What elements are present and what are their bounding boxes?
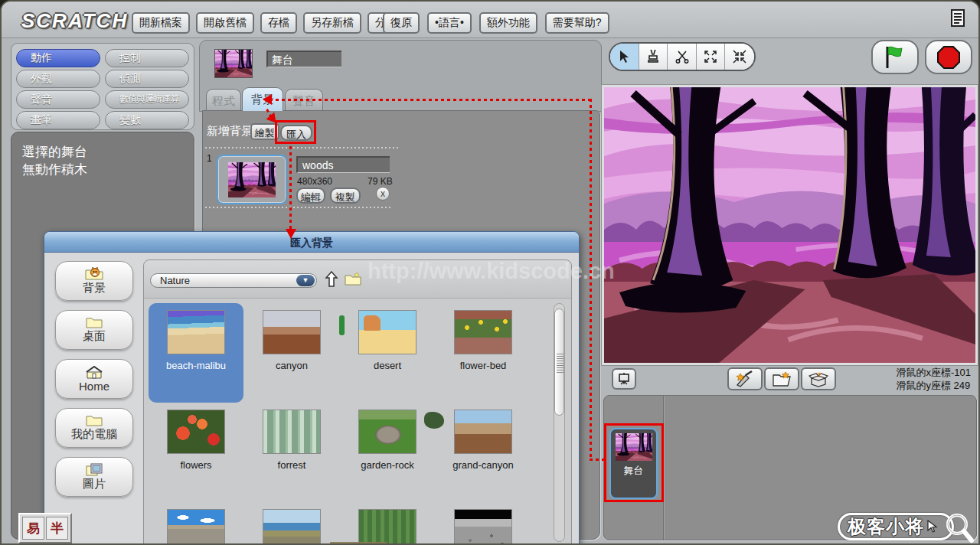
grow-arrows-icon bbox=[704, 50, 717, 64]
file-thumbnail[interactable] bbox=[149, 502, 243, 545]
sidebar-item-backgrounds[interactable]: 背景 bbox=[55, 261, 133, 301]
beach-malibu-image bbox=[167, 310, 225, 354]
scratch-logo: SCRATCH bbox=[21, 9, 128, 33]
new-project-button[interactable]: 開新檔案 bbox=[132, 12, 190, 34]
project-notes-icon[interactable] bbox=[951, 9, 965, 27]
stage-info-thumbnail bbox=[214, 49, 253, 78]
file-thumbnail[interactable] bbox=[436, 502, 531, 545]
help-button[interactable]: 需要幫助? bbox=[545, 12, 609, 34]
file-thumbnail-grand-canyon[interactable]: grand-canyon bbox=[436, 403, 531, 502]
category-numbers[interactable]: 數值與邏輯運算 bbox=[105, 90, 189, 109]
arrow-cursor-icon bbox=[618, 50, 630, 64]
category-control[interactable]: 控制 bbox=[105, 49, 189, 67]
language-button[interactable]: •語言• bbox=[427, 12, 472, 34]
scissors-icon bbox=[675, 50, 689, 64]
flower-bed-image bbox=[454, 310, 512, 354]
file-thumbnail-canyon[interactable]: canyon bbox=[244, 303, 339, 403]
file-thumbnail-flowers[interactable]: flowers bbox=[149, 403, 243, 502]
watermark-logo: 极客小将 bbox=[838, 511, 974, 543]
stop-button[interactable] bbox=[925, 40, 972, 74]
under-stage-bar: ? 滑鼠的x座標-101 滑鼠的y座標 249 bbox=[601, 366, 978, 395]
svg-text:?: ? bbox=[817, 371, 822, 379]
stage-backdrop-woods[interactable] bbox=[604, 87, 975, 363]
annotation-line bbox=[270, 99, 591, 101]
file-thumbnail[interactable] bbox=[244, 502, 339, 545]
home-icon bbox=[86, 366, 103, 379]
category-sensing[interactable]: 偵測 bbox=[105, 70, 189, 88]
folder-dropdown[interactable]: Nature ▼ bbox=[150, 273, 317, 288]
open-project-button[interactable]: 開啟舊檔 bbox=[196, 12, 254, 34]
scrollbar-thumb[interactable] bbox=[554, 308, 564, 416]
backgrounds-cat-icon bbox=[85, 266, 103, 280]
cursor-tool-bar bbox=[609, 42, 756, 71]
grow-sprite-tool[interactable] bbox=[697, 44, 726, 70]
sidebar-item-desktop[interactable]: 桌面 bbox=[55, 310, 133, 350]
chevron-down-icon[interactable]: ▼ bbox=[296, 275, 315, 286]
stage-name-input[interactable]: 舞台 bbox=[266, 51, 341, 67]
garden-rock-image bbox=[358, 410, 416, 454]
file-button-group: 開新檔案 開啟舊檔 存檔 另存新檔 分享！ bbox=[132, 12, 415, 34]
scissors-tool[interactable] bbox=[668, 44, 697, 70]
file-thumbnail-desert[interactable]: desert bbox=[340, 303, 435, 403]
file-thumbnail[interactable] bbox=[340, 502, 435, 545]
edit-background-button[interactable]: 編輯 bbox=[296, 188, 325, 204]
save-button[interactable]: 存檔 bbox=[260, 12, 297, 34]
save-as-button[interactable]: 另存新檔 bbox=[303, 12, 361, 34]
shrink-sprite-tool[interactable] bbox=[725, 44, 754, 70]
sidebar-item-pictures[interactable]: 圖片 bbox=[55, 457, 133, 497]
file-thumbnail-garden-rock[interactable]: garden-rock bbox=[340, 403, 435, 502]
file-browser-toolbar: Nature ▼ bbox=[144, 260, 571, 299]
category-variables[interactable]: 變數 bbox=[105, 111, 189, 129]
scrollbar-grip bbox=[557, 354, 564, 374]
canyon-image bbox=[263, 310, 321, 354]
green-flag-button[interactable] bbox=[871, 40, 919, 74]
paint-new-sprite-button[interactable] bbox=[727, 367, 763, 390]
delete-background-button[interactable]: x bbox=[376, 187, 390, 201]
arrow-cursor-tool[interactable] bbox=[610, 44, 639, 70]
category-pen[interactable]: 畫筆 bbox=[16, 111, 100, 129]
sidebar-item-label: 桌面 bbox=[83, 329, 106, 344]
background-filesize: 79 KB bbox=[368, 176, 393, 187]
background-name-input[interactable]: woods bbox=[296, 156, 390, 173]
empty-stage-message-line2: 無動作積木 bbox=[22, 161, 194, 178]
category-motion[interactable]: 動作 bbox=[16, 49, 100, 67]
sidebar-item-label: 圖片 bbox=[83, 477, 106, 491]
presentation-mode-button[interactable] bbox=[612, 368, 636, 390]
ime-width-button[interactable]: 半 bbox=[46, 517, 68, 540]
background-item-thumbnail[interactable] bbox=[217, 155, 287, 204]
surprise-sprite-button[interactable]: ? bbox=[801, 367, 836, 390]
folder-dropdown-value: Nature bbox=[160, 275, 190, 286]
scrollbar[interactable] bbox=[554, 303, 565, 542]
grand-canyon-image bbox=[454, 410, 512, 454]
folder-star-icon bbox=[772, 370, 792, 387]
separator bbox=[205, 147, 400, 148]
copy-background-button[interactable]: 複製 bbox=[330, 188, 361, 204]
category-palette: 動作 控制 外觀 偵測 聲音 數值與邏輯運算 畫筆 變數 bbox=[11, 43, 194, 130]
tab-scripts[interactable]: 程式 bbox=[206, 89, 241, 111]
category-looks[interactable]: 外觀 bbox=[16, 70, 100, 88]
mouse-y-value: 249 bbox=[954, 380, 971, 391]
file-thumbnail-forrest[interactable]: forrest bbox=[244, 403, 339, 502]
folder-up-icon[interactable] bbox=[325, 271, 338, 288]
surprise-box-icon: ? bbox=[808, 370, 828, 387]
new-folder-icon[interactable] bbox=[345, 272, 361, 286]
ime-mode-button[interactable]: 易 bbox=[22, 517, 44, 540]
annotation-arrow-left bbox=[257, 94, 272, 105]
file-thumbnail-flower-bed[interactable]: flower-bed bbox=[436, 303, 531, 403]
sidebar-item-home[interactable]: Home bbox=[55, 359, 133, 399]
stamp-tool[interactable] bbox=[639, 44, 668, 70]
file-thumbnail-beach-malibu[interactable]: beach-malibu bbox=[149, 303, 243, 403]
undo-button[interactable]: 復原 bbox=[383, 12, 420, 34]
annotation-box-stage-thumb bbox=[604, 423, 664, 502]
pond-image bbox=[358, 509, 416, 545]
folder-icon bbox=[86, 316, 103, 328]
pictures-icon bbox=[86, 463, 103, 476]
open-sprite-button[interactable] bbox=[764, 367, 799, 390]
category-sound[interactable]: 聲音 bbox=[16, 90, 100, 109]
folder-icon bbox=[86, 414, 103, 426]
logo-text: 极客小将 bbox=[848, 514, 924, 539]
background-item-index: 1 bbox=[207, 153, 212, 164]
extras-button[interactable]: 額外功能 bbox=[479, 12, 537, 34]
file-browser: Nature ▼ beach-malibu canyon desert flow… bbox=[143, 259, 572, 545]
sidebar-item-computer[interactable]: 我的電腦 bbox=[55, 408, 133, 448]
